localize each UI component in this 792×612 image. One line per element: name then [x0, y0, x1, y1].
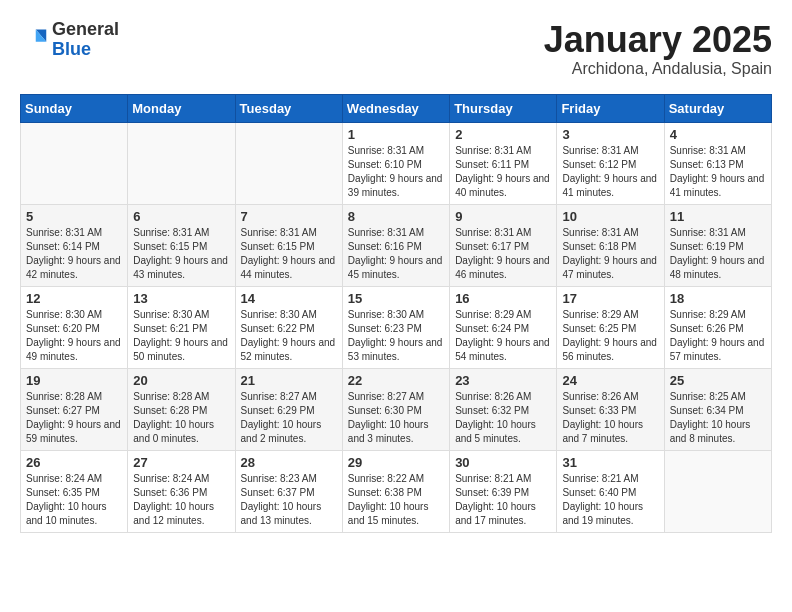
weekday-header: Thursday	[450, 94, 557, 122]
calendar-subtitle: Archidona, Andalusia, Spain	[544, 60, 772, 78]
calendar-day-cell: 16Sunrise: 8:29 AM Sunset: 6:24 PM Dayli…	[450, 286, 557, 368]
day-info: Sunrise: 8:29 AM Sunset: 6:26 PM Dayligh…	[670, 308, 766, 364]
day-number: 31	[562, 455, 658, 470]
calendar-day-cell: 18Sunrise: 8:29 AM Sunset: 6:26 PM Dayli…	[664, 286, 771, 368]
weekday-header: Sunday	[21, 94, 128, 122]
day-number: 14	[241, 291, 337, 306]
day-number: 2	[455, 127, 551, 142]
day-number: 4	[670, 127, 766, 142]
calendar-day-cell: 24Sunrise: 8:26 AM Sunset: 6:33 PM Dayli…	[557, 368, 664, 450]
weekday-header: Tuesday	[235, 94, 342, 122]
calendar-week-row: 12Sunrise: 8:30 AM Sunset: 6:20 PM Dayli…	[21, 286, 772, 368]
day-info: Sunrise: 8:30 AM Sunset: 6:20 PM Dayligh…	[26, 308, 122, 364]
calendar-day-cell: 25Sunrise: 8:25 AM Sunset: 6:34 PM Dayli…	[664, 368, 771, 450]
day-info: Sunrise: 8:22 AM Sunset: 6:38 PM Dayligh…	[348, 472, 444, 528]
calendar-day-cell: 20Sunrise: 8:28 AM Sunset: 6:28 PM Dayli…	[128, 368, 235, 450]
day-info: Sunrise: 8:31 AM Sunset: 6:14 PM Dayligh…	[26, 226, 122, 282]
day-number: 23	[455, 373, 551, 388]
day-info: Sunrise: 8:30 AM Sunset: 6:23 PM Dayligh…	[348, 308, 444, 364]
day-number: 10	[562, 209, 658, 224]
day-number: 15	[348, 291, 444, 306]
calendar-week-row: 26Sunrise: 8:24 AM Sunset: 6:35 PM Dayli…	[21, 450, 772, 532]
day-info: Sunrise: 8:21 AM Sunset: 6:39 PM Dayligh…	[455, 472, 551, 528]
calendar-day-cell: 30Sunrise: 8:21 AM Sunset: 6:39 PM Dayli…	[450, 450, 557, 532]
weekday-header: Saturday	[664, 94, 771, 122]
calendar-day-cell: 4Sunrise: 8:31 AM Sunset: 6:13 PM Daylig…	[664, 122, 771, 204]
day-info: Sunrise: 8:30 AM Sunset: 6:22 PM Dayligh…	[241, 308, 337, 364]
day-number: 11	[670, 209, 766, 224]
calendar-day-cell: 31Sunrise: 8:21 AM Sunset: 6:40 PM Dayli…	[557, 450, 664, 532]
calendar-week-row: 19Sunrise: 8:28 AM Sunset: 6:27 PM Dayli…	[21, 368, 772, 450]
day-info: Sunrise: 8:31 AM Sunset: 6:13 PM Dayligh…	[670, 144, 766, 200]
day-info: Sunrise: 8:30 AM Sunset: 6:21 PM Dayligh…	[133, 308, 229, 364]
calendar-day-cell: 11Sunrise: 8:31 AM Sunset: 6:19 PM Dayli…	[664, 204, 771, 286]
calendar-day-cell: 27Sunrise: 8:24 AM Sunset: 6:36 PM Dayli…	[128, 450, 235, 532]
day-info: Sunrise: 8:29 AM Sunset: 6:25 PM Dayligh…	[562, 308, 658, 364]
calendar-day-cell	[21, 122, 128, 204]
day-number: 17	[562, 291, 658, 306]
calendar-day-cell: 15Sunrise: 8:30 AM Sunset: 6:23 PM Dayli…	[342, 286, 449, 368]
day-number: 22	[348, 373, 444, 388]
day-info: Sunrise: 8:26 AM Sunset: 6:32 PM Dayligh…	[455, 390, 551, 446]
calendar-day-cell: 3Sunrise: 8:31 AM Sunset: 6:12 PM Daylig…	[557, 122, 664, 204]
logo-text: General Blue	[52, 20, 119, 60]
day-number: 13	[133, 291, 229, 306]
day-number: 16	[455, 291, 551, 306]
logo-icon	[20, 26, 48, 54]
day-info: Sunrise: 8:21 AM Sunset: 6:40 PM Dayligh…	[562, 472, 658, 528]
day-number: 26	[26, 455, 122, 470]
calendar-day-cell: 6Sunrise: 8:31 AM Sunset: 6:15 PM Daylig…	[128, 204, 235, 286]
day-number: 18	[670, 291, 766, 306]
day-info: Sunrise: 8:31 AM Sunset: 6:18 PM Dayligh…	[562, 226, 658, 282]
day-number: 25	[670, 373, 766, 388]
calendar-day-cell: 23Sunrise: 8:26 AM Sunset: 6:32 PM Dayli…	[450, 368, 557, 450]
day-number: 20	[133, 373, 229, 388]
calendar-week-row: 5Sunrise: 8:31 AM Sunset: 6:14 PM Daylig…	[21, 204, 772, 286]
day-info: Sunrise: 8:27 AM Sunset: 6:29 PM Dayligh…	[241, 390, 337, 446]
day-number: 3	[562, 127, 658, 142]
calendar-day-cell: 2Sunrise: 8:31 AM Sunset: 6:11 PM Daylig…	[450, 122, 557, 204]
calendar-day-cell: 9Sunrise: 8:31 AM Sunset: 6:17 PM Daylig…	[450, 204, 557, 286]
calendar-day-cell: 8Sunrise: 8:31 AM Sunset: 6:16 PM Daylig…	[342, 204, 449, 286]
day-number: 8	[348, 209, 444, 224]
day-number: 12	[26, 291, 122, 306]
weekday-header: Monday	[128, 94, 235, 122]
day-info: Sunrise: 8:24 AM Sunset: 6:36 PM Dayligh…	[133, 472, 229, 528]
title-block: January 2025 Archidona, Andalusia, Spain	[544, 20, 772, 78]
calendar-title: January 2025	[544, 20, 772, 60]
day-info: Sunrise: 8:29 AM Sunset: 6:24 PM Dayligh…	[455, 308, 551, 364]
day-info: Sunrise: 8:31 AM Sunset: 6:12 PM Dayligh…	[562, 144, 658, 200]
calendar-week-row: 1Sunrise: 8:31 AM Sunset: 6:10 PM Daylig…	[21, 122, 772, 204]
day-number: 21	[241, 373, 337, 388]
day-number: 5	[26, 209, 122, 224]
day-info: Sunrise: 8:31 AM Sunset: 6:11 PM Dayligh…	[455, 144, 551, 200]
day-number: 24	[562, 373, 658, 388]
weekday-header: Friday	[557, 94, 664, 122]
day-info: Sunrise: 8:31 AM Sunset: 6:16 PM Dayligh…	[348, 226, 444, 282]
day-number: 6	[133, 209, 229, 224]
day-number: 19	[26, 373, 122, 388]
calendar-day-cell: 17Sunrise: 8:29 AM Sunset: 6:25 PM Dayli…	[557, 286, 664, 368]
weekday-header: Wednesday	[342, 94, 449, 122]
calendar-day-cell	[664, 450, 771, 532]
day-info: Sunrise: 8:28 AM Sunset: 6:27 PM Dayligh…	[26, 390, 122, 446]
day-info: Sunrise: 8:26 AM Sunset: 6:33 PM Dayligh…	[562, 390, 658, 446]
day-info: Sunrise: 8:31 AM Sunset: 6:17 PM Dayligh…	[455, 226, 551, 282]
calendar-day-cell: 10Sunrise: 8:31 AM Sunset: 6:18 PM Dayli…	[557, 204, 664, 286]
day-info: Sunrise: 8:31 AM Sunset: 6:10 PM Dayligh…	[348, 144, 444, 200]
day-info: Sunrise: 8:31 AM Sunset: 6:15 PM Dayligh…	[241, 226, 337, 282]
day-number: 9	[455, 209, 551, 224]
day-info: Sunrise: 8:31 AM Sunset: 6:15 PM Dayligh…	[133, 226, 229, 282]
page-header: General Blue January 2025 Archidona, And…	[20, 20, 772, 78]
calendar-day-cell	[235, 122, 342, 204]
calendar-day-cell: 13Sunrise: 8:30 AM Sunset: 6:21 PM Dayli…	[128, 286, 235, 368]
calendar-day-cell: 12Sunrise: 8:30 AM Sunset: 6:20 PM Dayli…	[21, 286, 128, 368]
calendar-day-cell	[128, 122, 235, 204]
day-info: Sunrise: 8:28 AM Sunset: 6:28 PM Dayligh…	[133, 390, 229, 446]
calendar-day-cell: 7Sunrise: 8:31 AM Sunset: 6:15 PM Daylig…	[235, 204, 342, 286]
day-number: 27	[133, 455, 229, 470]
day-number: 30	[455, 455, 551, 470]
day-info: Sunrise: 8:23 AM Sunset: 6:37 PM Dayligh…	[241, 472, 337, 528]
calendar-day-cell: 1Sunrise: 8:31 AM Sunset: 6:10 PM Daylig…	[342, 122, 449, 204]
day-number: 1	[348, 127, 444, 142]
